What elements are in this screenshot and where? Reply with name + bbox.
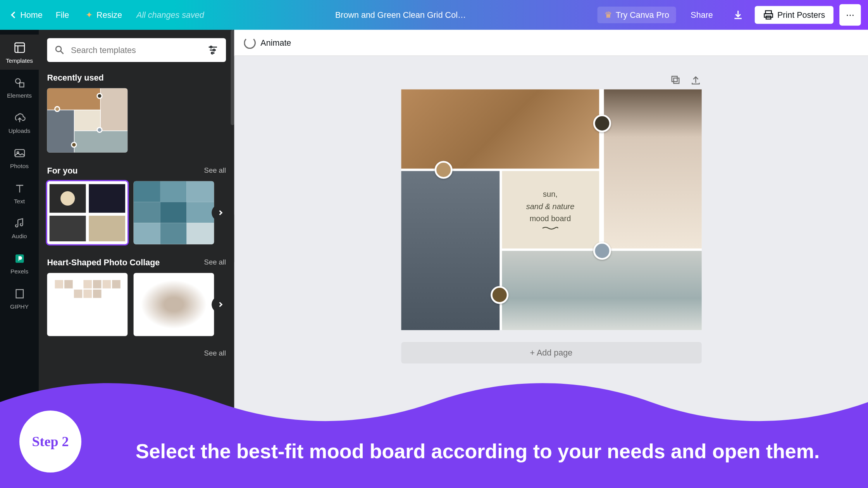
color-swatch[interactable] [490, 286, 508, 304]
upload-page-button[interactable] [689, 74, 701, 86]
template-thumbnail[interactable] [47, 88, 128, 153]
print-label: Print Posters [777, 10, 825, 20]
uploads-icon [12, 111, 27, 125]
rail-uploads[interactable]: Uploads [0, 105, 39, 140]
canvas-area[interactable]: sun, sand & nature mood board + Add page [234, 56, 868, 488]
top-bar: Home File ✦ Resize All changes saved Bro… [0, 0, 868, 30]
pexels-icon [12, 251, 27, 266]
rail-label: Templates [6, 57, 33, 64]
section-foryou-title: For you [47, 166, 78, 175]
sparkle-icon: ✦ [86, 10, 93, 20]
canvas-image-hands[interactable] [401, 171, 499, 330]
rail-label: Uploads [9, 127, 30, 134]
section-foryou-head: For you See all [47, 166, 226, 175]
panel-scrollbar[interactable] [231, 30, 234, 125]
color-swatch[interactable] [434, 161, 452, 179]
svg-point-11 [210, 46, 212, 48]
rail-pexels[interactable]: Pexels [0, 246, 39, 281]
color-swatch[interactable] [593, 242, 611, 260]
resize-button[interactable]: ✦ Resize [78, 8, 131, 22]
search-box[interactable] [47, 38, 226, 62]
rail-label: GIPHY [10, 303, 29, 310]
search-icon [54, 45, 65, 55]
app-root: Home File ✦ Resize All changes saved Bro… [0, 0, 868, 488]
rail-templates[interactable]: Templates [0, 34, 39, 70]
rail-giphy[interactable]: GIPHY [0, 281, 39, 316]
canvas-image-ocean[interactable] [502, 251, 701, 330]
step-instruction: Select the best-fit mood board according… [136, 438, 845, 465]
section-heart-title: Heart-Shaped Photo Collage [47, 258, 160, 267]
canvas-image-sand[interactable] [401, 89, 599, 169]
canvas-image-portrait[interactable] [604, 89, 701, 249]
template-thumbnail[interactable] [134, 181, 214, 244]
svg-rect-3 [15, 43, 24, 53]
print-button[interactable]: Print Posters [755, 6, 834, 24]
moodboard-line3: mood board [530, 213, 571, 225]
chevron-right-icon [217, 210, 222, 215]
crown-icon: ♛ [604, 10, 612, 20]
template-thumbnail[interactable] [47, 181, 128, 244]
rail-label: Pexels [10, 268, 28, 275]
canvas-text-block[interactable]: sun, sand & nature mood board [502, 171, 599, 249]
more-button[interactable]: ⋯ [839, 4, 861, 26]
save-status: All changes saved [136, 10, 204, 20]
page-actions [401, 74, 701, 86]
rail-label: Photos [10, 163, 29, 169]
rail-label: Elements [7, 92, 32, 99]
share-button[interactable]: Share [682, 7, 722, 23]
rail-label: Text [14, 198, 25, 204]
duplicate-page-button[interactable] [669, 74, 681, 86]
color-swatch[interactable] [593, 114, 611, 132]
step-badge: Step 2 [19, 411, 81, 473]
carousel-next[interactable] [212, 296, 228, 313]
download-icon [732, 9, 744, 21]
rail-label: Audio [12, 233, 27, 240]
animate-icon [244, 37, 256, 49]
template-thumbnail[interactable] [134, 273, 214, 336]
see-all-heart[interactable]: See all [204, 258, 226, 266]
giphy-icon [12, 287, 27, 301]
svg-rect-5 [19, 83, 24, 87]
svg-rect-6 [15, 149, 24, 156]
see-all-foryou[interactable]: See all [204, 166, 226, 175]
rail-photos[interactable]: Photos [0, 140, 39, 175]
main-area: Templates Elements Uploads Photos Text A… [0, 30, 868, 488]
dots-icon: ⋯ [846, 10, 854, 20]
design-canvas[interactable]: sun, sand & nature mood board [401, 89, 701, 330]
moodboard-line1: sun, [543, 188, 558, 201]
animate-button[interactable]: Animate [244, 37, 291, 49]
svg-rect-14 [672, 76, 677, 82]
elements-icon [12, 76, 27, 90]
chevron-left-icon [11, 12, 17, 18]
pro-label: Try Canva Pro [616, 10, 669, 20]
section-recent-title: Recently used [47, 73, 226, 82]
see-all-more[interactable]: See all [204, 349, 226, 358]
filter-icon[interactable] [207, 44, 219, 56]
template-thumbnail[interactable] [47, 273, 128, 336]
chevron-right-icon [217, 302, 222, 307]
rail-elements[interactable]: Elements [0, 70, 39, 105]
foryou-thumbnails [47, 181, 226, 244]
home-button[interactable]: Home [7, 8, 47, 22]
text-icon [12, 181, 27, 196]
add-page-button[interactable]: + Add page [401, 342, 701, 363]
audio-icon [12, 216, 27, 230]
document-title[interactable]: Brown and Green Clean Grid Color Inspira… [335, 10, 466, 20]
print-icon [763, 10, 774, 21]
svg-rect-9 [16, 290, 23, 298]
templates-icon [12, 41, 27, 55]
svg-point-12 [213, 49, 215, 51]
file-menu[interactable]: File [47, 8, 78, 22]
rail-audio[interactable]: Audio [0, 210, 39, 246]
svg-point-10 [56, 46, 61, 52]
download-button[interactable] [727, 4, 749, 26]
recent-thumbnails [47, 88, 226, 153]
search-input[interactable] [71, 45, 207, 55]
svg-point-13 [211, 52, 213, 54]
moodboard-line2: sand & nature [526, 201, 575, 213]
animate-label: Animate [260, 38, 291, 48]
try-pro-button[interactable]: ♛ Try Canva Pro [597, 7, 676, 23]
rail-text[interactable]: Text [0, 175, 39, 210]
carousel-next[interactable] [212, 204, 228, 221]
svg-rect-15 [673, 78, 679, 84]
